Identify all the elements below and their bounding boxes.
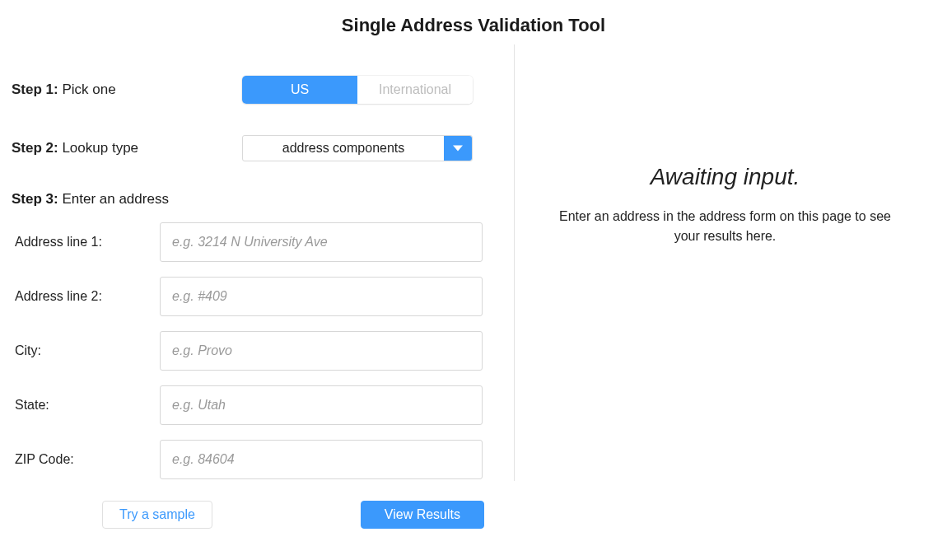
results-column: Awaiting input. Enter an address in the … xyxy=(514,44,935,481)
state-input[interactable] xyxy=(160,385,483,425)
label-line1: Address line 1: xyxy=(12,235,160,250)
step3-rest: Enter an address xyxy=(58,191,169,207)
field-row-state: State: xyxy=(12,385,489,425)
field-row-line1: Address line 1: xyxy=(12,222,489,262)
city-input[interactable] xyxy=(160,331,483,371)
results-heading: Awaiting input. xyxy=(651,164,800,190)
step1-bold: Step 1: xyxy=(12,82,58,97)
label-state: State: xyxy=(12,398,160,413)
lookup-type-value[interactable]: address components xyxy=(242,135,473,161)
step1-row: Step 1: Pick one US International xyxy=(12,76,489,104)
try-sample-button[interactable]: Try a sample xyxy=(102,501,212,529)
step3-bold: Step 3: xyxy=(12,191,58,207)
results-hint: Enter an address in the address form on … xyxy=(553,207,898,246)
button-row: Try a sample View Results xyxy=(12,501,489,529)
address-line2-input[interactable] xyxy=(160,277,483,316)
step2-rest: Lookup type xyxy=(58,140,138,156)
step2-bold: Step 2: xyxy=(12,140,58,156)
label-city: City: xyxy=(12,343,160,358)
step2-row: Step 2: Lookup type address components xyxy=(12,135,489,161)
main-container: Step 1: Pick one US International Step 2… xyxy=(0,44,947,529)
step1-rest: Pick one xyxy=(58,82,116,97)
region-toggle: US International xyxy=(242,76,473,104)
page-title: Single Address Validation Tool xyxy=(0,0,947,44)
chevron-down-icon[interactable] xyxy=(444,136,472,161)
field-row-zip: ZIP Code: xyxy=(12,440,489,479)
view-results-button[interactable]: View Results xyxy=(361,501,484,529)
step1-label: Step 1: Pick one xyxy=(12,82,242,98)
address-line1-input[interactable] xyxy=(160,222,483,262)
label-zip: ZIP Code: xyxy=(12,452,160,467)
zip-input[interactable] xyxy=(160,440,483,479)
lookup-type-text: address components xyxy=(282,141,405,156)
step3-label: Step 3: Enter an address xyxy=(12,191,489,208)
step2-label: Step 2: Lookup type xyxy=(12,140,242,156)
address-fields: Address line 1: Address line 2: City: St… xyxy=(12,222,489,479)
region-us-button[interactable]: US xyxy=(242,76,357,104)
form-column: Step 1: Pick one US International Step 2… xyxy=(12,44,514,529)
region-intl-button[interactable]: International xyxy=(357,76,473,104)
field-row-city: City: xyxy=(12,331,489,371)
lookup-type-select[interactable]: address components xyxy=(242,135,473,161)
label-line2: Address line 2: xyxy=(12,289,160,304)
field-row-line2: Address line 2: xyxy=(12,277,489,316)
